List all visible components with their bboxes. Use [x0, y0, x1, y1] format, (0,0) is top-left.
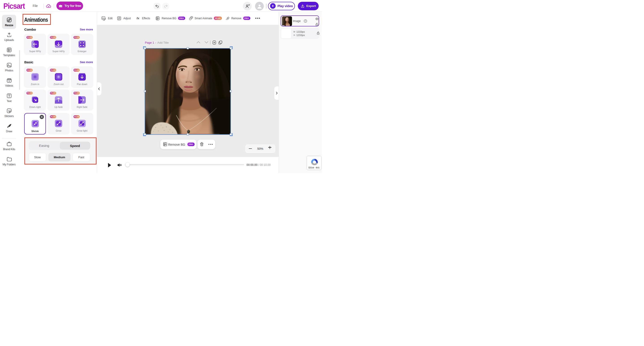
svg-text:fx: fx: [136, 16, 139, 20]
